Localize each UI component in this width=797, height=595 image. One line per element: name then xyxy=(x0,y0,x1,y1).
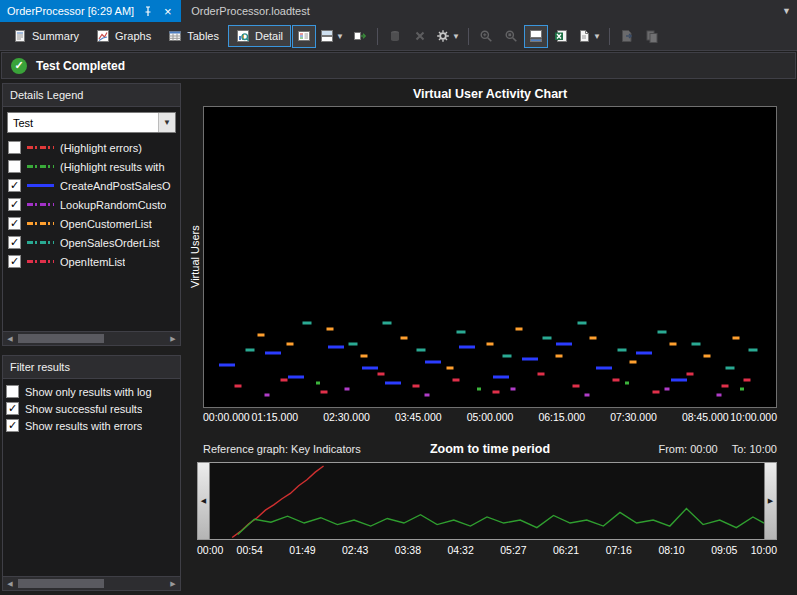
scroll-left-icon[interactable]: ◀ xyxy=(3,580,17,588)
legend-checkbox[interactable] xyxy=(8,160,21,173)
x-axis-tick: 06:15.000 xyxy=(538,411,585,423)
scrollbar-track[interactable] xyxy=(17,332,166,345)
activity-x-axis: 00:00.00001:15.00002:30.00003:45.00005:0… xyxy=(203,411,777,427)
create-report-button[interactable]: ▼ xyxy=(574,25,604,48)
activity-mark xyxy=(670,343,677,346)
collect-data-button xyxy=(383,25,407,48)
activity-mark xyxy=(492,391,499,394)
zoom-panel-icon xyxy=(529,29,543,43)
activity-mark xyxy=(316,382,320,385)
activity-mark xyxy=(417,349,426,352)
scrollbar-track[interactable] xyxy=(17,577,166,590)
filter-list: Show only results with log✓Show successf… xyxy=(3,379,180,438)
activity-plot-area[interactable] xyxy=(203,106,777,408)
series-line-swatch xyxy=(27,260,54,263)
dropdown-caret-icon: ▼ xyxy=(593,32,601,41)
filter-checkbox[interactable] xyxy=(6,385,19,398)
x-axis-tick: 04:32 xyxy=(447,544,473,556)
legend-checkbox[interactable]: ✓ xyxy=(8,255,21,268)
collect-icon xyxy=(388,29,402,43)
activity-mark xyxy=(487,343,494,346)
view-tab-group: SummaryGraphsTablesDetail xyxy=(5,25,291,47)
zoom-series-key-indicator xyxy=(238,509,764,535)
filter-item-label: Show only results with log xyxy=(25,386,152,398)
legend-checkbox[interactable]: ✓ xyxy=(8,179,21,192)
move-graph-icon xyxy=(353,29,367,43)
zoom-x-axis: 00:0000:5401:4902:4303:3804:3205:2706:21… xyxy=(197,544,777,560)
view-tab-summary[interactable]: Summary xyxy=(5,25,87,47)
details-legend-header: Details Legend xyxy=(3,84,180,107)
zoom-in-icon xyxy=(479,29,493,43)
legend-scope-select[interactable]: Test ▼ xyxy=(7,112,176,133)
move-graph-button[interactable] xyxy=(348,25,372,48)
activity-mark xyxy=(385,382,401,385)
x-axis-tick: 07:16 xyxy=(606,544,632,556)
export-report-button xyxy=(615,25,639,48)
window-menu-caret-icon[interactable]: ▼ xyxy=(782,0,791,22)
filter-checkbox[interactable]: ✓ xyxy=(6,419,19,432)
toolbar-icon-group: ▼▼▼ xyxy=(292,25,664,48)
graph-layout-button[interactable]: ▼ xyxy=(317,25,347,48)
zoom-left-handle[interactable]: ◀ xyxy=(198,463,210,539)
x-axis-tick: 01:15.000 xyxy=(251,411,298,423)
scrollbar-thumb[interactable] xyxy=(18,334,104,343)
legend-item-label: CreateAndPostSalesO xyxy=(60,180,171,192)
activity-mark xyxy=(219,364,235,367)
activity-mark xyxy=(671,379,687,382)
legend-checkbox[interactable]: ✓ xyxy=(8,236,21,249)
legend-checkbox[interactable] xyxy=(8,141,21,154)
legend-checkbox[interactable]: ✓ xyxy=(8,198,21,211)
show-zoom-panel-button[interactable] xyxy=(524,25,548,48)
toolbar-separator xyxy=(377,28,378,45)
view-tab-graphs[interactable]: Graphs xyxy=(88,25,159,47)
legend-horizontal-scrollbar[interactable]: ◀ ▶ xyxy=(3,331,180,345)
copy-button xyxy=(640,25,664,48)
filter-checkbox[interactable]: ✓ xyxy=(6,402,19,415)
view-tab-tables[interactable]: Tables xyxy=(160,25,227,47)
export-excel-button[interactable] xyxy=(549,25,573,48)
x-axis-tick: 10:00.000 xyxy=(730,411,777,423)
summary-icon xyxy=(13,29,27,43)
close-icon[interactable]: × xyxy=(161,4,174,18)
zoom-time-strip[interactable]: ◀ ▶ xyxy=(197,462,777,540)
series-line-swatch xyxy=(27,241,54,244)
settings-button[interactable]: ▼ xyxy=(433,25,463,48)
scroll-right-icon[interactable]: ▶ xyxy=(166,580,180,588)
status-message: Test Completed xyxy=(36,59,125,73)
view-tab-detail[interactable]: Detail xyxy=(228,25,291,47)
activity-mark xyxy=(446,367,453,370)
scrollbar-thumb[interactable] xyxy=(18,579,104,588)
toolbar: SummaryGraphsTablesDetail ▼▼▼ xyxy=(0,22,797,51)
filter-item: ✓Show results with errors xyxy=(6,419,177,432)
activity-mark xyxy=(625,382,629,385)
activity-mark xyxy=(691,343,700,346)
activity-mark xyxy=(577,322,586,325)
x-axis-tick: 03:45.000 xyxy=(395,411,442,423)
gear-icon xyxy=(436,29,450,43)
view-tab-label: Summary xyxy=(32,30,79,42)
show-legend-button[interactable] xyxy=(292,25,316,48)
pin-icon[interactable] xyxy=(141,4,154,18)
activity-mark xyxy=(328,346,344,349)
toolbar-separator xyxy=(609,28,610,45)
activity-mark xyxy=(288,376,304,379)
zoom-right-handle[interactable]: ▶ xyxy=(764,463,776,539)
document-tab-title: OrderProcessor [6:29 AM] xyxy=(7,5,134,17)
filter-horizontal-scrollbar[interactable]: ◀ ▶ xyxy=(3,576,180,590)
activity-mark xyxy=(657,331,666,334)
scroll-right-icon[interactable]: ▶ xyxy=(166,335,180,343)
document-title: OrderProcessor.loadtest xyxy=(181,0,320,22)
x-axis-tick: 08:45.000 xyxy=(682,411,729,423)
activity-mark xyxy=(665,388,670,391)
activity-mark xyxy=(425,361,441,364)
active-document-tab[interactable]: OrderProcessor [6:29 AM] × xyxy=(0,0,181,22)
filter-item: ✓Show successful results xyxy=(6,402,177,415)
filter-results-header: Filter results xyxy=(3,356,180,379)
activity-mark xyxy=(630,361,637,364)
zoom-reference-plot[interactable] xyxy=(210,463,764,539)
activity-mark xyxy=(612,379,619,382)
legend-item: ✓OpenItemList xyxy=(3,252,180,271)
scroll-left-icon[interactable]: ◀ xyxy=(3,335,17,343)
legend-checkbox[interactable]: ✓ xyxy=(8,217,21,230)
chevron-down-icon[interactable]: ▼ xyxy=(158,113,175,132)
